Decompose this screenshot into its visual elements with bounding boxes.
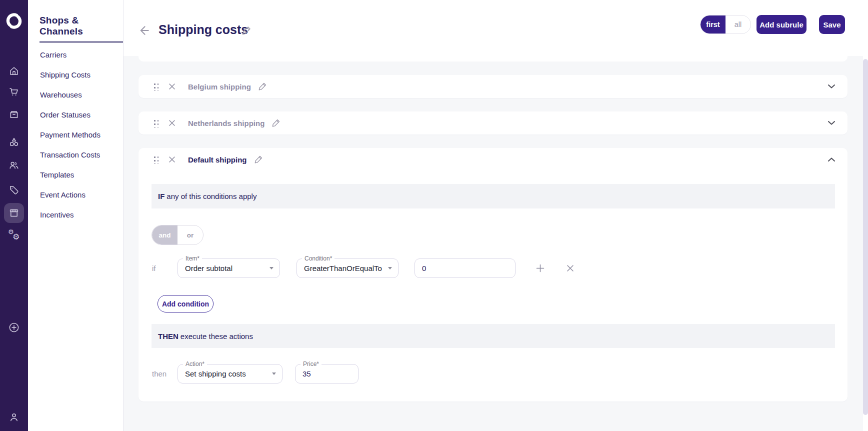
if-bar-text: any of this conditions apply (166, 192, 256, 200)
sidebar-item-carriers[interactable]: Carriers (40, 45, 100, 65)
scrolled-card-edge (138, 56, 848, 62)
rule-title: Netherlands shipping (188, 119, 264, 128)
chevron-down-icon (388, 267, 392, 270)
if-conditions-bar: IF any of this conditions apply (152, 184, 835, 208)
add-condition-plus-icon[interactable] (535, 263, 546, 274)
remove-rule-icon[interactable] (167, 154, 177, 164)
chevron-down-icon[interactable] (828, 84, 836, 89)
page-title: Shipping costs (158, 22, 248, 37)
then-keyword: THEN (158, 332, 178, 340)
rule-card-belgium: Belgium shipping (138, 75, 848, 98)
add-new-icon[interactable] (4, 318, 24, 338)
drag-handle-icon[interactable] (153, 82, 158, 91)
add-subrule-button[interactable]: Add subrule (756, 15, 806, 34)
orders-box-icon[interactable] (4, 104, 24, 124)
remove-rule-icon[interactable] (167, 82, 177, 92)
sidebar-nav: Carriers Shipping Costs Warehouses Order… (40, 45, 100, 225)
if-keyword: IF (158, 192, 164, 200)
add-condition-button[interactable]: Add condition (158, 295, 214, 312)
if-prefix-label: if (152, 264, 156, 272)
catalog-shapes-icon[interactable] (4, 132, 24, 152)
rule-card-default: Default shipping IF any of this conditio… (138, 148, 848, 402)
then-bar-text: execute these actions (180, 332, 253, 340)
rule-title: Default shipping (188, 156, 247, 164)
icon-rail: ⚙⚙ (0, 0, 28, 431)
edit-rule-pencil-icon[interactable] (258, 82, 268, 92)
sidebar-item-templates[interactable]: Templates (40, 165, 100, 185)
edit-title-pencil-icon[interactable] (241, 25, 252, 36)
remove-rule-icon[interactable] (167, 118, 177, 128)
drag-handle-icon[interactable] (153, 156, 158, 164)
sidebar-item-order-statuses[interactable]: Order Statuses (40, 105, 100, 125)
condition-select-label: Condition* (302, 255, 334, 262)
toggle-all[interactable]: all (726, 16, 750, 34)
home-icon[interactable] (4, 61, 24, 81)
sidebar-item-transaction-costs[interactable]: Transaction Costs (40, 145, 100, 165)
save-button[interactable]: Save (819, 15, 845, 34)
operator-or[interactable]: or (178, 226, 203, 244)
sidebar-item-warehouses[interactable]: Warehouses (40, 85, 100, 105)
condition-value-input[interactable] (415, 259, 515, 278)
sidebar-item-shipping-costs[interactable]: Shipping Costs (40, 65, 100, 85)
action-select-value: Set shipping costs (185, 370, 246, 378)
price-input[interactable] (296, 364, 358, 383)
sidebar-title: Shops & Channels (40, 15, 123, 42)
rule-title: Belgium shipping (188, 82, 251, 91)
sidebar: Shops & Channels Carriers Shipping Costs… (28, 0, 124, 431)
chevron-down-icon (272, 372, 276, 375)
app-window: ⚙⚙ Shops & Channels Carriers Shipping Co… (0, 0, 868, 431)
back-button[interactable] (138, 24, 152, 38)
operator-and[interactable]: and (152, 226, 178, 244)
chevron-down-icon[interactable] (828, 120, 836, 126)
action-select[interactable]: Action* Set shipping costs (178, 364, 282, 384)
toggle-first[interactable]: first (700, 16, 726, 34)
item-select-label: Item* (183, 255, 202, 262)
condition-select[interactable]: Condition* GreaterThanOrEqualTo (296, 258, 398, 278)
chevron-up-icon[interactable] (828, 157, 836, 162)
drag-handle-icon[interactable] (153, 119, 158, 128)
operator-toggle: and or (152, 225, 204, 245)
sidebar-item-payment-methods[interactable]: Payment Methods (40, 125, 100, 145)
edit-rule-pencil-icon[interactable] (271, 118, 281, 128)
item-select-value: Order subtotal (185, 264, 232, 272)
remove-condition-x-icon[interactable] (566, 264, 575, 273)
price-field: Price* (295, 364, 358, 384)
store-icon[interactable] (4, 203, 24, 223)
edit-rule-pencil-icon[interactable] (254, 154, 264, 164)
sidebar-item-event-actions[interactable]: Event Actions (40, 185, 100, 205)
app-logo (4, 11, 24, 31)
cart-icon[interactable] (4, 82, 24, 102)
scrollbar-thumb[interactable] (863, 59, 868, 415)
rule-card-netherlands: Netherlands shipping (138, 112, 848, 134)
tags-icon[interactable] (4, 180, 24, 200)
condition-select-value: GreaterThanOrEqualTo (304, 264, 382, 272)
condition-value-field (414, 258, 516, 278)
then-actions-bar: THEN execute these actions (152, 324, 835, 348)
chevron-down-icon (270, 267, 274, 270)
action-select-label: Action* (183, 360, 207, 368)
settings-gears-icon[interactable]: ⚙⚙ (4, 225, 24, 245)
sidebar-item-incentives[interactable]: Incentives (40, 205, 100, 225)
rule-mode-toggle: first all (700, 15, 751, 34)
item-select[interactable]: Item* Order subtotal (178, 258, 280, 278)
customers-icon[interactable] (4, 155, 24, 175)
then-prefix-label: then (152, 370, 166, 378)
profile-icon[interactable] (4, 407, 24, 427)
